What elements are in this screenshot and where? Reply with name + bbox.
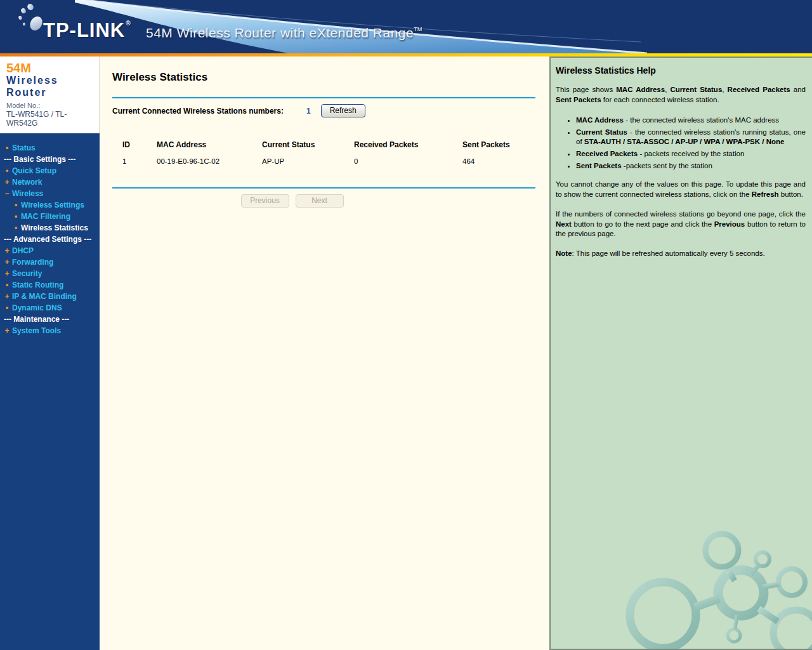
col-header-id: ID <box>112 140 157 157</box>
pager: Previous Next <box>81 194 504 208</box>
model-speed: 54M <box>6 62 95 74</box>
stations-summary-row: Current Connected Wireless Stations numb… <box>112 104 535 117</box>
plus-icon: + <box>4 268 10 279</box>
model-number-label: Model No.: <box>6 102 95 110</box>
help-bullet-list: MAC Address - the connected wireless sta… <box>556 116 806 171</box>
tplink-logo: TP-LINK® <box>16 3 156 51</box>
router-admin-page: TP-LINK® 54M Wireless Router with eXtend… <box>0 0 812 650</box>
sidebar-item-mac-filtering[interactable]: •MAC Filtering <box>4 211 98 222</box>
bullet-icon: • <box>4 165 10 176</box>
registered-mark: ® <box>126 20 131 27</box>
circles-decoration <box>603 525 812 649</box>
help-bullet-received: Received Packets - packets received by t… <box>576 149 806 159</box>
sidebar-item-wireless-statistics[interactable]: •Wireless Statistics <box>4 222 98 234</box>
col-header-sent: Sent Packets <box>462 140 535 157</box>
sidebar-section-maintenance: --- Maintenance --- <box>4 314 98 325</box>
sidebar-item-quick-setup[interactable]: •Quick Setup <box>4 165 98 176</box>
plus-icon: + <box>4 176 10 188</box>
model-info-box: 54M Wireless Router Model No.: TL-WR541G… <box>0 56 100 133</box>
col-header-status: Current Status <box>262 140 354 157</box>
cell-id: 1 <box>112 157 157 165</box>
help-refresh-paragraph: You cannot change any of the values on t… <box>556 180 806 200</box>
product-tagline: 54M Wireless Router with eXtended RangeT… <box>146 25 422 41</box>
sidebar: 54M Wireless Router Model No.: TL-WR541G… <box>0 56 100 650</box>
plus-icon: + <box>4 245 10 256</box>
sidebar-item-status[interactable]: •Status <box>4 142 98 154</box>
bullet-icon: • <box>13 222 19 234</box>
plus-icon: + <box>4 325 10 336</box>
trademark-mark: TM <box>414 26 422 32</box>
divider-rule-bottom <box>112 187 535 189</box>
sidebar-nav: •Status --- Basic Settings --- •Quick Se… <box>0 133 100 336</box>
divider-rule-top <box>112 97 535 98</box>
model-numbers: TL-WR541G / TL-WR542G <box>6 110 95 128</box>
main-content: Wireless Statistics Current Connected Wi… <box>100 56 549 650</box>
cell-sent: 464 <box>462 157 535 165</box>
sidebar-item-ip-mac-binding[interactable]: +IP & MAC Binding <box>4 291 98 302</box>
app-header: TP-LINK® 54M Wireless Router with eXtend… <box>0 0 812 53</box>
sidebar-item-dynamic-dns[interactable]: •Dynamic DNS <box>4 302 98 314</box>
help-bullet-sent: Sent Packets -packets sent by the statio… <box>576 161 806 171</box>
sidebar-item-system-tools[interactable]: +System Tools <box>4 325 98 336</box>
help-bullet-status: Current Status - the connected wireless … <box>576 128 806 148</box>
sidebar-item-dhcp[interactable]: +DHCP <box>4 245 98 256</box>
help-title: Wireless Statistics Help <box>556 65 806 76</box>
next-button[interactable]: Next <box>296 194 344 208</box>
table-header-row: ID MAC Address Current Status Received P… <box>112 140 535 157</box>
cell-received: 0 <box>354 157 462 165</box>
help-note-paragraph: Note: This page will be refreshed automa… <box>556 249 806 259</box>
help-intro-paragraph: This page shows MAC Address, Current Sta… <box>556 85 806 105</box>
plus-icon: + <box>4 256 10 268</box>
bullet-icon: • <box>4 279 10 291</box>
bullet-icon: • <box>4 302 10 314</box>
refresh-button[interactable]: Refresh <box>321 104 365 117</box>
sidebar-item-security[interactable]: +Security <box>4 268 98 279</box>
stations-count-value: 1 <box>306 107 311 116</box>
sidebar-item-network[interactable]: +Network <box>4 176 98 188</box>
bullet-icon: • <box>13 211 19 222</box>
sidebar-item-static-routing[interactable]: •Static Routing <box>4 279 98 291</box>
stations-count-label: Current Connected Wireless Stations numb… <box>112 107 284 116</box>
brand-text: TP-LINK® <box>43 19 131 42</box>
col-header-mac: MAC Address <box>157 140 262 157</box>
model-product-name: Wireless Router <box>6 74 95 98</box>
minus-icon: − <box>4 188 10 199</box>
page-title: Wireless Statistics <box>112 71 535 84</box>
help-bullet-mac: MAC Address - the connected wireless sta… <box>576 116 806 126</box>
help-paging-paragraph: If the numbers of connected wireless sta… <box>556 209 806 240</box>
sidebar-item-forwarding[interactable]: +Forwarding <box>4 256 98 268</box>
sidebar-section-basic-settings: --- Basic Settings --- <box>4 154 98 165</box>
sidebar-section-advanced-settings: --- Advanced Settings --- <box>4 234 98 245</box>
plus-icon: + <box>4 291 10 302</box>
cell-mac: 00-19-E0-96-1C-02 <box>157 157 262 165</box>
previous-button[interactable]: Previous <box>241 194 289 208</box>
table-row: 1 00-19-E0-96-1C-02 AP-UP 0 464 <box>112 157 535 165</box>
wireless-stations-table: ID MAC Address Current Status Received P… <box>112 140 535 165</box>
bullet-icon: • <box>13 199 19 211</box>
bullet-icon: • <box>4 142 10 154</box>
help-panel: Wireless Statistics Help This page shows… <box>549 56 812 650</box>
col-header-received: Received Packets <box>354 140 462 157</box>
cell-status: AP-UP <box>262 157 354 165</box>
